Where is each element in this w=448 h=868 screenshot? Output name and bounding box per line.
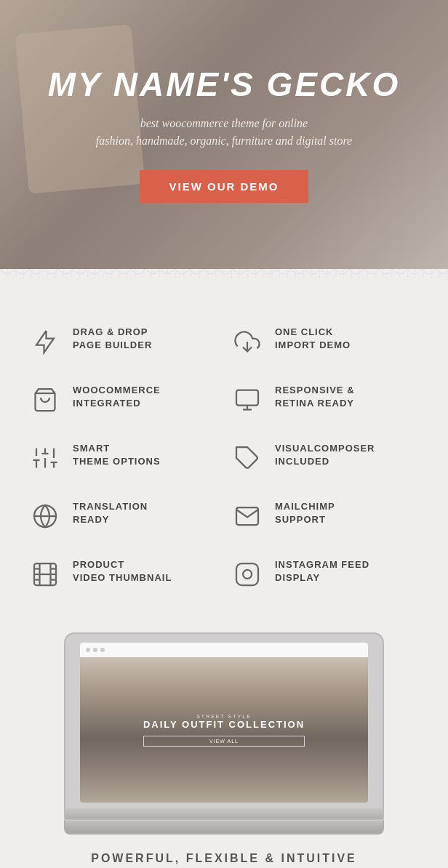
- lightning-icon: [29, 326, 61, 358]
- video-icon: [29, 558, 61, 590]
- globe-icon: [29, 500, 61, 532]
- svg-rect-25: [236, 563, 258, 585]
- wavy-separator: [0, 269, 448, 291]
- hero-content: MY NAME'S GECKO best woocommerce theme f…: [33, 52, 415, 217]
- feature-drag-drop-label: DRAG & DROPPAGE BUILDER: [73, 326, 152, 352]
- feature-mailchimp: MAILCHIMPSUPPORT: [224, 487, 426, 545]
- feature-instagram-label: INSTAGRAM FEEDDISPLAY: [275, 558, 369, 584]
- laptop-frame: STREET STYLE DAILY OUTFIT COLLECTION VIE…: [64, 632, 384, 808]
- feature-visualcomposer: VISUALCOMPOSERINCLUDED: [224, 429, 426, 487]
- feature-translation: TRANSLATIONREADY: [22, 487, 224, 545]
- shopping-bag-icon: [29, 384, 61, 416]
- feature-woocommerce-label: WOOCOMMERCEINTEGRATED: [73, 384, 161, 410]
- hero-title: MY NAME'S GECKO: [48, 66, 400, 103]
- features-grid: DRAG & DROPPAGE BUILDER ONE CLICKIMPORT …: [22, 313, 426, 603]
- laptop-bottom: [64, 820, 384, 835]
- feature-video-thumbnail: PRODUCTVIDEO THUMBNAIL: [22, 545, 224, 603]
- mail-icon: [231, 500, 263, 532]
- laptop-screen-inner: STREET STYLE DAILY OUTFIT COLLECTION VIE…: [80, 643, 368, 803]
- feature-instagram: INSTAGRAM FEEDDISPLAY: [224, 545, 426, 603]
- laptop-wrapper: STREET STYLE DAILY OUTFIT COLLECTION VIE…: [64, 632, 384, 835]
- screen-cta: VIEW ALL: [143, 736, 305, 747]
- screen-overlay: STREET STYLE DAILY OUTFIT COLLECTION VIE…: [143, 714, 305, 747]
- browser-dot-1: [86, 648, 90, 652]
- feature-responsive-label: RESPONSIVE &RETINA READY: [275, 384, 355, 410]
- sliders-icon: [29, 442, 61, 474]
- hero-subtitle: best woocommerce theme for onlinefashion…: [48, 115, 400, 150]
- screen-main-label: DAILY OUTFIT COLLECTION: [143, 719, 305, 730]
- feature-video-label: PRODUCTVIDEO THUMBNAIL: [73, 558, 172, 584]
- laptop-section: STREET STYLE DAILY OUTFIT COLLECTION VIE…: [0, 618, 448, 835]
- feature-drag-drop: DRAG & DROPPAGE BUILDER: [22, 313, 224, 371]
- instagram-icon: [231, 558, 263, 590]
- laptop-screen: STREET STYLE DAILY OUTFIT COLLECTION VIE…: [80, 643, 368, 803]
- cloud-download-icon: [231, 326, 263, 358]
- feature-responsive: RESPONSIVE &RETINA READY: [224, 371, 426, 429]
- feature-smart-theme-label: SMARTTHEME OPTIONS: [73, 442, 161, 468]
- feature-one-click: ONE CLICKIMPORT DEMO: [224, 313, 426, 371]
- feature-mailchimp-label: MAILCHIMPSUPPORT: [275, 500, 335, 526]
- puzzle-icon: [231, 442, 263, 474]
- monitor-icon: [231, 384, 263, 416]
- screen-small-label: STREET STYLE: [143, 714, 305, 719]
- feature-visualcomposer-label: VISUALCOMPOSERINCLUDED: [275, 442, 375, 468]
- feature-translation-label: TRANSLATIONREADY: [73, 500, 148, 526]
- hero-section: MY NAME'S GECKO best woocommerce theme f…: [0, 0, 448, 269]
- feature-woocommerce: WOOCOMMERCEINTEGRATED: [22, 371, 224, 429]
- browser-dot-2: [93, 648, 97, 652]
- laptop-base: [64, 808, 384, 820]
- feature-smart-theme: SMARTTHEME OPTIONS: [22, 429, 224, 487]
- features-section: DRAG & DROPPAGE BUILDER ONE CLICKIMPORT …: [0, 291, 448, 618]
- bottom-label: POWERFUL, FLEXIBLE & INTUITIVE: [0, 835, 448, 868]
- laptop-stand-wrapper: [64, 820, 384, 835]
- feature-one-click-label: ONE CLICKIMPORT DEMO: [275, 326, 351, 352]
- browser-bar: [80, 643, 368, 657]
- svg-rect-2: [236, 390, 258, 406]
- browser-dot-3: [100, 648, 105, 652]
- view-demo-button[interactable]: VIEW OUR DEMO: [140, 170, 308, 203]
